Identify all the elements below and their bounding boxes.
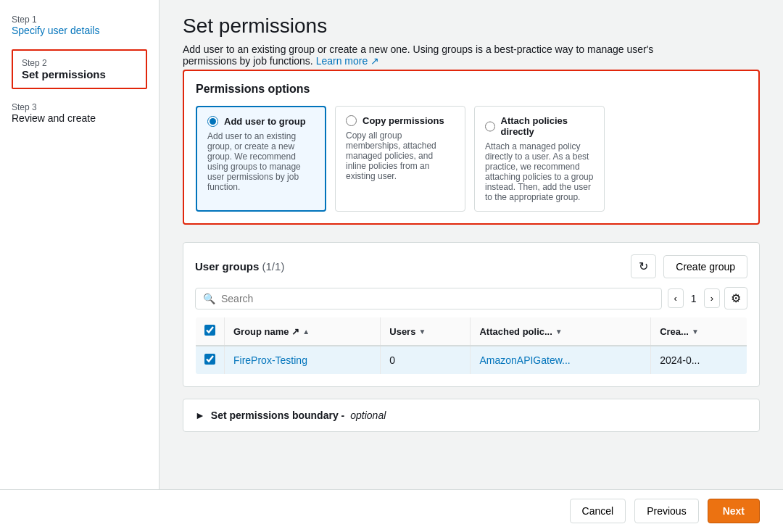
users-sort-icon: ▼ — [418, 328, 426, 336]
page-title: Set permissions — [183, 14, 760, 38]
option-copy-label: Copy permissions — [362, 115, 444, 126]
th-checkbox — [196, 317, 225, 346]
th-created[interactable]: Crea... ▼ — [651, 317, 747, 346]
cancel-button[interactable]: Cancel — [570, 499, 626, 523]
step2-num: Step 2 — [22, 58, 137, 68]
user-groups-title-text: User groups — [195, 260, 259, 273]
option-attach-policies[interactable]: Attach policies directly Attach a manage… — [474, 106, 605, 212]
step3-label: Review and create — [12, 112, 147, 124]
row-attached-policy-cell: AmazonAPIGatew... — [471, 346, 651, 375]
option-add-radio[interactable] — [207, 116, 218, 127]
pagination-page-num: 1 — [688, 293, 700, 304]
select-all-checkbox[interactable] — [204, 325, 215, 336]
search-row: 🔍 ‹ 1 › ⚙ — [195, 287, 747, 309]
step1-num: Step 1 — [12, 14, 147, 25]
user-groups-actions: ↻ Create group — [631, 254, 747, 278]
options-row: Add user to group Add user to an existin… — [196, 106, 747, 212]
group-name-sort-icon: ▲ — [302, 328, 310, 336]
sidebar-step3: Step 3 Review and create — [12, 102, 147, 124]
th-attached-policy[interactable]: Attached polic... ▼ — [471, 317, 651, 346]
sidebar-step2: Step 2 Set permissions — [12, 49, 147, 89]
boundary-expand-icon: ► — [195, 410, 205, 421]
th-group-name-text: Group name ↗ — [233, 326, 299, 337]
step1-label[interactable]: Specify user details — [12, 25, 147, 36]
permissions-options-title: Permissions options — [196, 83, 747, 96]
row-checkbox-cell — [196, 346, 225, 375]
search-icon: 🔍 — [203, 293, 215, 304]
group-name-link[interactable]: FireProx-Testing — [233, 354, 307, 366]
next-button[interactable]: Next — [708, 499, 760, 523]
main-content: Set permissions Add user to an existing … — [160, 0, 783, 532]
option-add-label: Add user to group — [224, 116, 306, 127]
option-add-desc: Add user to an existing group, or create… — [207, 131, 315, 192]
refresh-button[interactable]: ↻ — [631, 254, 656, 278]
step2-label: Set permissions — [22, 68, 137, 80]
learn-more-link[interactable]: Learn more ↗ — [316, 55, 380, 67]
row-checkbox[interactable] — [204, 354, 215, 365]
option-attach-desc: Attach a managed policy directly to a us… — [485, 141, 594, 202]
option-attach-radio-row: Attach policies directly — [485, 115, 594, 137]
user-groups-count: (1/1) — [262, 260, 285, 273]
th-attached-policy-text: Attached polic... — [479, 326, 552, 337]
boundary-section: ► Set permissions boundary - optional — [183, 399, 760, 432]
search-box: 🔍 — [195, 288, 662, 309]
table-row: FireProx-Testing 0 AmazonAPIGatew... 202… — [196, 346, 747, 375]
page-desc-line1: Add user to an existing group or create … — [183, 43, 653, 55]
option-add-to-group[interactable]: Add user to group Add user to an existin… — [196, 106, 326, 212]
option-copy-permissions[interactable]: Copy permissions Copy all group membersh… — [335, 106, 465, 212]
created-sort-icon: ▼ — [692, 328, 699, 336]
page-desc-line2: permissions by job functions. — [183, 55, 313, 67]
create-group-button[interactable]: Create group — [663, 255, 747, 278]
user-groups-section: User groups (1/1) ↻ Create group 🔍 ‹ 1 › — [183, 242, 760, 387]
table-header-row: Group name ↗ ▲ Users ▼ A — [196, 317, 747, 346]
row-users-cell: 0 — [381, 346, 471, 375]
learn-more-text: Learn more — [316, 55, 368, 67]
option-attach-label: Attach policies directly — [501, 115, 594, 137]
th-users-text: Users — [389, 326, 415, 337]
th-created-text: Crea... — [660, 326, 689, 337]
boundary-optional-label: optional — [350, 410, 386, 421]
sidebar: Step 1 Specify user details Step 2 Set p… — [0, 0, 160, 532]
bottom-bar: Cancel Previous Next — [0, 489, 783, 532]
boundary-title-text: Set permissions boundary - — [211, 410, 344, 421]
option-copy-radio-row: Copy permissions — [346, 115, 455, 126]
option-add-radio-row: Add user to group — [207, 116, 315, 127]
option-copy-desc: Copy all group memberships, attached man… — [346, 130, 455, 181]
pagination-settings-button[interactable]: ⚙ — [724, 287, 747, 309]
permissions-options-container: Permissions options Add user to group Ad… — [183, 70, 760, 225]
option-copy-radio[interactable] — [346, 115, 357, 126]
user-groups-header: User groups (1/1) ↻ Create group — [195, 254, 747, 278]
option-attach-radio[interactable] — [485, 121, 495, 132]
attached-policy-link[interactable]: AmazonAPIGatew... — [479, 354, 570, 366]
row-users-value: 0 — [389, 354, 395, 366]
sidebar-step1[interactable]: Step 1 Specify user details — [12, 14, 147, 36]
row-group-name-cell: FireProx-Testing — [225, 346, 381, 375]
page-description: Add user to an existing group or create … — [183, 43, 760, 67]
user-groups-title: User groups (1/1) — [195, 260, 284, 273]
pagination-controls: ‹ 1 › ⚙ — [668, 287, 747, 309]
boundary-title[interactable]: ► Set permissions boundary - optional — [195, 410, 747, 421]
step3-num: Step 3 — [12, 102, 147, 112]
pagination-prev-button[interactable]: ‹ — [668, 288, 684, 308]
search-input[interactable] — [221, 293, 654, 304]
pagination-next-button[interactable]: › — [704, 288, 720, 308]
external-link-icon: ↗ — [370, 55, 379, 67]
user-groups-table: Group name ↗ ▲ Users ▼ A — [195, 317, 747, 375]
row-created-value: 2024-0... — [660, 354, 700, 366]
row-created-cell: 2024-0... — [651, 346, 747, 375]
previous-button[interactable]: Previous — [634, 499, 698, 523]
th-group-name[interactable]: Group name ↗ ▲ — [225, 317, 381, 346]
th-users[interactable]: Users ▼ — [381, 317, 471, 346]
attached-policy-sort-icon: ▼ — [555, 328, 563, 336]
